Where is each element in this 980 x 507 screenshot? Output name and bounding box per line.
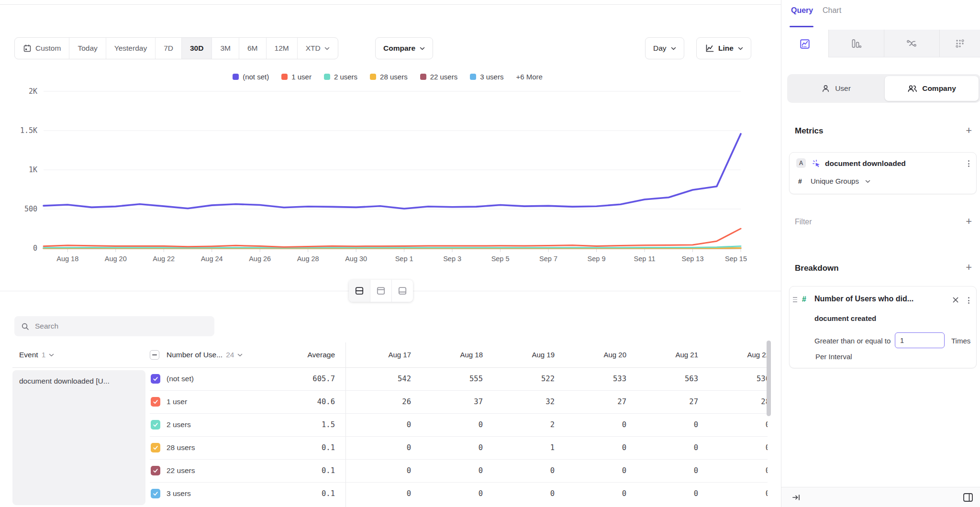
- metric-card[interactable]: A document downloaded # Unique Groups: [789, 152, 977, 194]
- average-value: 40.6: [249, 390, 335, 413]
- legend-item-not-set[interactable]: (not set): [233, 73, 269, 81]
- layout-chart-only-button[interactable]: [370, 280, 391, 302]
- legend-item-1-user[interactable]: 1 user: [281, 73, 312, 81]
- range-7d[interactable]: 7D: [155, 38, 181, 59]
- measure-selector[interactable]: Unique Groups: [811, 177, 859, 185]
- legend-swatch: [324, 74, 330, 80]
- legend-label: 2 users: [334, 73, 357, 81]
- x-axis-label: Aug 24: [201, 255, 223, 263]
- range-6m[interactable]: 6M: [239, 38, 266, 59]
- user-icon: [821, 84, 830, 93]
- metric-event-name[interactable]: document downloaded: [825, 159, 906, 168]
- company-icon: [907, 84, 917, 93]
- breakdown-event-name[interactable]: document created: [814, 314, 876, 322]
- series-label: 2 users: [167, 413, 191, 436]
- chevron-down-icon: [324, 47, 330, 50]
- add-breakdown-button[interactable]: +: [966, 262, 972, 273]
- chart-type-segmentation-tab[interactable]: [781, 30, 828, 58]
- cell-value: 0: [500, 482, 555, 505]
- cell-value: 0: [500, 459, 555, 482]
- search-input[interactable]: [34, 321, 208, 331]
- range-xtd[interactable]: XTD: [297, 38, 338, 59]
- cell-value: 0: [715, 482, 768, 505]
- breakdown-condition-label[interactable]: Greater than or equal to: [814, 333, 891, 349]
- chart-type-funnel-tab[interactable]: [828, 30, 884, 57]
- legend-more-button[interactable]: +6 More: [516, 73, 542, 81]
- y-axis-label: 1K: [29, 165, 37, 174]
- legend-item-28-users[interactable]: 28 users: [370, 73, 408, 81]
- event-column-header[interactable]: Event 1: [19, 342, 54, 367]
- breakdown-threshold-input[interactable]: [895, 332, 945, 348]
- cell-value: 0: [356, 482, 411, 505]
- chart-series-not-set[interactable]: [44, 134, 741, 209]
- chart-type-button[interactable]: Line: [696, 37, 751, 59]
- series-label: 28 users: [167, 436, 195, 459]
- collapse-panel-icon[interactable]: [792, 493, 801, 502]
- cell-value: 533: [572, 367, 626, 390]
- close-icon[interactable]: [952, 297, 959, 303]
- tab-chart[interactable]: Chart: [823, 6, 841, 15]
- dots-grid-icon: [954, 38, 966, 49]
- x-axis-label: Aug 30: [345, 255, 367, 263]
- layout-split-button[interactable]: [349, 280, 370, 302]
- breakdown-per-interval-label[interactable]: Per Interval: [815, 353, 852, 361]
- legend-item-22-users[interactable]: 22 users: [420, 73, 458, 81]
- table-search: [14, 316, 214, 336]
- layout-table-only-button[interactable]: [391, 280, 413, 302]
- legend-swatch: [370, 74, 376, 80]
- series-checkbox-3-users[interactable]: [151, 489, 160, 498]
- granularity-button[interactable]: Day: [645, 37, 684, 59]
- series-checkbox-1-user[interactable]: [151, 397, 160, 407]
- x-axis-label: Sep 3: [443, 255, 461, 263]
- range-label: Yesterday: [114, 44, 147, 53]
- breakdown-property-name[interactable]: Number of Users who did...: [814, 295, 913, 303]
- cell-value: 0: [572, 413, 626, 436]
- range-yesterday[interactable]: Yesterday: [106, 38, 155, 59]
- chevron-down-icon: [671, 47, 676, 50]
- number-property-icon: #: [802, 295, 806, 304]
- legend-swatch: [420, 74, 426, 80]
- legend-label: (not set): [243, 73, 269, 81]
- series-column-header[interactable]: Number of Use... 24: [167, 342, 243, 367]
- query-panel: Query Chart User: [781, 0, 980, 507]
- date-column-header-aug-17: Aug 17: [356, 342, 411, 367]
- range-label: 7D: [164, 44, 173, 53]
- x-axis-label: Sep 5: [491, 255, 510, 263]
- series-checkbox-2-users[interactable]: [151, 420, 160, 430]
- breakdown-card: # Number of Users who did... document cr…: [789, 286, 977, 368]
- drag-handle-icon[interactable]: [793, 297, 797, 302]
- series-checkbox-not-set[interactable]: [151, 374, 160, 384]
- breakdown-kebab-menu[interactable]: [967, 296, 970, 305]
- select-all-checkbox[interactable]: [150, 350, 159, 360]
- table-scrollbar-thumb[interactable]: [767, 341, 771, 416]
- legend-item-2-users[interactable]: 2 users: [324, 73, 357, 81]
- metric-kebab-menu[interactable]: [967, 159, 970, 168]
- range-3m[interactable]: 3M: [212, 38, 239, 59]
- add-filter-button[interactable]: +: [966, 216, 972, 227]
- compare-button[interactable]: Compare: [375, 37, 433, 59]
- toggle-user[interactable]: User: [787, 74, 885, 103]
- cell-value: 555: [428, 367, 483, 390]
- range-label: Custom: [35, 44, 61, 53]
- x-axis-label: Aug 28: [297, 255, 319, 263]
- columns-layout-icon[interactable]: [962, 492, 974, 503]
- chevron-down-icon: [738, 47, 743, 50]
- range-30d[interactable]: 30D: [181, 38, 212, 59]
- chart-type-more-tab[interactable]: [939, 30, 980, 57]
- chart-series-1-user[interactable]: [44, 229, 741, 247]
- x-axis-label: Sep 1: [395, 255, 413, 263]
- toggle-company[interactable]: Company: [885, 74, 979, 103]
- range-today[interactable]: Today: [69, 38, 105, 59]
- chart-type-journeys-tab[interactable]: [884, 30, 939, 57]
- cell-value: 0: [572, 482, 626, 505]
- series-checkbox-28-users[interactable]: [151, 443, 160, 452]
- average-value: 0.1: [249, 436, 335, 459]
- series-checkbox-22-users[interactable]: [151, 466, 160, 475]
- range-custom[interactable]: Custom: [15, 38, 69, 59]
- date-column-header-aug-20: Aug 20: [572, 342, 626, 367]
- range-12m[interactable]: 12M: [266, 38, 297, 59]
- tab-query[interactable]: Query: [791, 6, 813, 15]
- legend-item-3-users[interactable]: 3 users: [470, 73, 503, 81]
- add-metric-button[interactable]: +: [966, 125, 972, 136]
- event-name-cell[interactable]: document downloaded [U...: [12, 370, 145, 505]
